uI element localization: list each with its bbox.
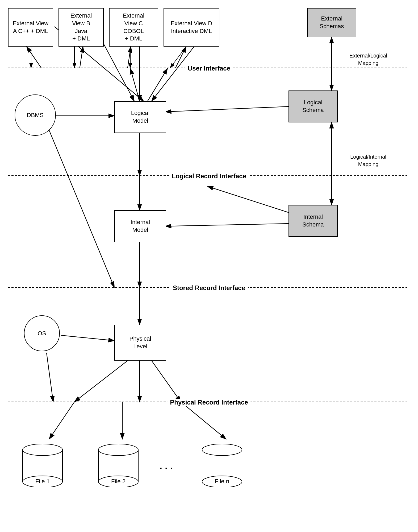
ext-view-b-box: ExternalView BJava+ DML (58, 8, 104, 47)
svg-line-20 (207, 186, 290, 213)
physical-level-label: PhysicalLevel (129, 335, 151, 350)
ext-view-b-label: ExternalView BJava+ DML (70, 12, 92, 42)
filen-cylinder: File n (201, 436, 243, 490)
logical-schema-label: LogicalSchema (302, 99, 324, 114)
ext-view-d-box: External View DInteractive DML (164, 8, 219, 47)
internal-model-label: InternalModel (131, 218, 150, 234)
ext-logical-mapping-label: External/LogicalMapping (342, 52, 395, 67)
internal-schema-label: InternalSchema (302, 213, 324, 228)
dbms-circle: DBMS (15, 94, 56, 136)
svg-line-33 (47, 353, 53, 402)
ext-schemas-box: ExternalSchemas (307, 8, 356, 37)
logical-schema-box: LogicalSchema (289, 90, 338, 122)
user-interface-label: User Interface (185, 65, 233, 72)
os-label: OS (38, 330, 46, 337)
svg-line-24 (74, 361, 128, 402)
logical-model-box: LogicalModel (114, 101, 166, 133)
ext-view-c-label: ExternalView CCOBOL+ DML (123, 12, 144, 42)
ext-view-d-label: External View DInteractive DML (171, 20, 212, 35)
svg-line-27 (49, 402, 74, 439)
file1-cylinder: File 1 (21, 436, 64, 490)
physical-record-interface-label: Physical Record Interface (167, 399, 250, 406)
svg-line-12 (80, 47, 83, 68)
file2-cylinder: File 2 (97, 436, 140, 490)
ext-schemas-label: ExternalSchemas (320, 15, 344, 30)
svg-point-41 (23, 444, 62, 456)
dbms-label: DBMS (27, 112, 44, 119)
svg-line-29 (181, 402, 226, 439)
svg-line-11 (27, 47, 41, 68)
ext-view-a-box: External View A C++ + DML (8, 8, 53, 47)
logical-record-interface-label: Logical Record Interface (169, 172, 249, 180)
svg-line-32 (61, 335, 114, 341)
dots-separator: · · · (160, 463, 173, 474)
stored-record-interface-label: Stored Record Interface (170, 284, 248, 292)
svg-line-26 (152, 361, 181, 402)
filen-label: File n (201, 478, 243, 485)
svg-line-9 (170, 47, 186, 68)
internal-schema-box: InternalSchema (289, 205, 338, 237)
svg-line-17 (165, 106, 290, 112)
svg-line-13 (128, 47, 131, 68)
svg-line-10 (152, 47, 194, 101)
diagram-container: External View A C++ + DML ExternalView B… (0, 0, 418, 532)
svg-line-16 (148, 68, 168, 101)
logical-internal-mapping-label: Logical/InternalMapping (342, 153, 395, 168)
logical-model-label: LogicalModel (131, 109, 150, 125)
physical-level-box: PhysicalLevel (114, 325, 166, 361)
file2-label: File 2 (97, 478, 140, 485)
ext-view-c-box: ExternalView CCOBOL+ DML (109, 8, 158, 47)
ext-view-a-label: External View A C++ + DML (11, 20, 51, 35)
os-circle: OS (24, 315, 60, 351)
svg-line-14 (175, 47, 186, 68)
svg-line-31 (49, 130, 114, 287)
svg-point-47 (202, 444, 242, 456)
svg-line-21 (165, 224, 290, 226)
file1-label: File 1 (21, 478, 64, 485)
svg-point-44 (98, 444, 138, 456)
internal-model-box: InternalModel (114, 210, 166, 242)
svg-line-15 (130, 68, 140, 101)
